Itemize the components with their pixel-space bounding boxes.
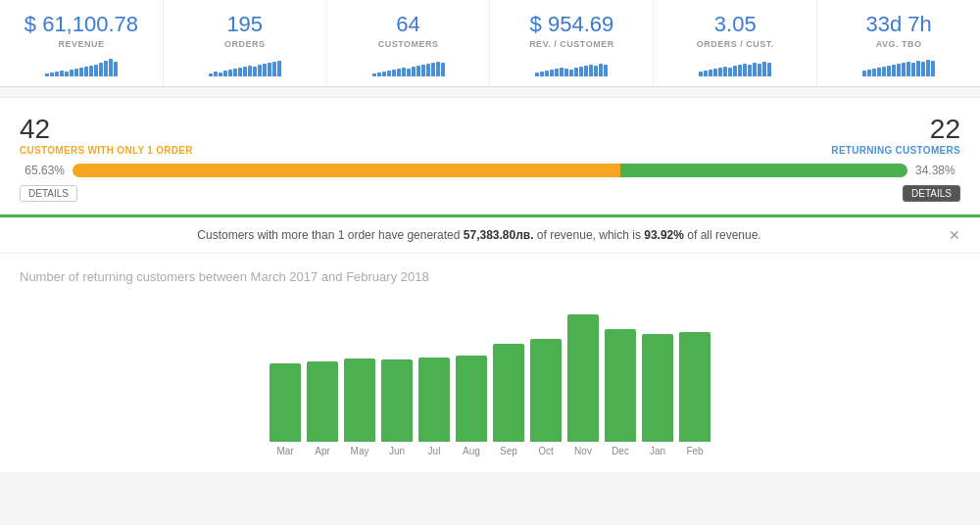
bar-col: Feb <box>679 332 710 456</box>
single-order-pct: 65.63% <box>20 164 65 177</box>
mini-bar <box>89 66 93 76</box>
mini-bar <box>402 68 406 76</box>
bar-label: Jan <box>650 446 665 456</box>
metric-card-orders: 195ORDERS <box>164 0 327 86</box>
mini-bars-orders-cust <box>669 55 801 76</box>
mini-bar <box>372 73 376 76</box>
mini-bar <box>219 72 222 76</box>
mini-bar <box>897 64 901 76</box>
mini-bar <box>377 72 381 76</box>
mini-bars-customers <box>343 55 474 76</box>
mini-bar <box>412 67 416 76</box>
mini-bar <box>882 67 886 76</box>
bar-rect <box>530 339 562 442</box>
bar-label: Mar <box>276 446 293 456</box>
mini-bar <box>109 59 113 76</box>
mini-bar <box>926 60 930 76</box>
metric-value-customers: 64 <box>343 12 474 37</box>
progress-orange <box>73 164 620 177</box>
mini-bar <box>862 71 866 76</box>
mini-bar <box>599 64 603 76</box>
mini-bars-rev-customer <box>506 55 637 76</box>
bar-rect <box>270 363 301 442</box>
metric-label-revenue: REVENUE <box>16 39 147 49</box>
mini-bar <box>45 73 49 76</box>
mini-bar <box>589 65 593 76</box>
mini-bar <box>65 72 69 76</box>
returning-group: 22 RETURNING CUSTOMERS <box>831 114 960 156</box>
bar-label: Jun <box>389 446 405 456</box>
mini-bar <box>431 63 435 76</box>
mini-bar <box>753 63 757 76</box>
returning-pct: 34.38% <box>915 164 960 177</box>
mini-bar <box>243 67 247 76</box>
mini-bar <box>767 63 771 76</box>
mini-bar <box>728 68 732 76</box>
bar-label: Jul <box>428 446 441 456</box>
bar-rect <box>493 344 524 442</box>
mini-bar <box>60 71 64 76</box>
mini-bar <box>723 67 727 76</box>
progress-green <box>620 164 907 177</box>
bar-label: Feb <box>686 446 703 456</box>
bar-label: May <box>351 446 369 456</box>
chart-title: Number of returning customers between Ma… <box>20 269 960 284</box>
mini-bar <box>441 63 445 76</box>
metric-label-orders: ORDERS <box>179 39 311 49</box>
banner-percent: 93.92% <box>644 228 684 242</box>
bar-col: Nov <box>567 314 599 456</box>
mini-bar <box>258 65 262 76</box>
bar-rect <box>605 329 636 442</box>
banner-suffix: of all revenue. <box>687 228 760 242</box>
bar-rect <box>418 358 450 442</box>
customers-section: 42 CUSTOMERS WITH ONLY 1 ORDER 22 RETURN… <box>0 97 980 215</box>
mini-bar <box>94 65 98 76</box>
mini-bar <box>421 65 425 76</box>
mini-bar <box>99 63 103 76</box>
metric-label-orders-cust: ORDERS / CUST. <box>669 39 801 49</box>
mini-bar <box>387 71 391 76</box>
mini-bar <box>743 64 747 76</box>
mini-bar <box>594 66 598 76</box>
info-banner-text: Customers with more than 1 order have ge… <box>20 228 939 242</box>
customers-header: 42 CUSTOMERS WITH ONLY 1 ORDER 22 RETURN… <box>20 114 960 156</box>
mini-bar <box>762 62 766 76</box>
mini-bar <box>397 69 401 76</box>
mini-bar <box>228 70 232 76</box>
bar-rect <box>381 359 413 442</box>
bar-col: Mar <box>270 363 301 456</box>
metric-value-rev-customer: $ 954.69 <box>506 12 637 37</box>
mini-bar <box>704 71 708 76</box>
mini-bars-avg-tbo <box>833 55 964 76</box>
top-metrics-bar: $ 61,100.78REVENUE195ORDERS64CUSTOMERS$ … <box>0 0 980 87</box>
bar-col: May <box>344 358 375 456</box>
bar-col: Dec <box>605 329 636 456</box>
mini-bar <box>569 70 573 76</box>
mini-bar <box>758 64 761 76</box>
bar-col: Oct <box>530 339 562 456</box>
mini-bar <box>699 72 703 76</box>
mini-bar <box>233 69 237 76</box>
details-right-button[interactable]: DETAILS <box>903 185 960 202</box>
details-left-button[interactable]: DETAILS <box>20 185 77 202</box>
progress-row: 65.63% 34.38% <box>20 164 960 177</box>
mini-bar <box>416 66 420 76</box>
bar-col: Apr <box>307 361 338 456</box>
metric-label-avg-tbo: AVG. TBO <box>833 39 964 49</box>
bar-col: Aug <box>456 356 487 456</box>
mini-bar <box>392 70 396 76</box>
metric-value-avg-tbo: 33d 7h <box>833 12 964 37</box>
banner-amount: 57,383.80лв. <box>464 228 534 242</box>
mini-bar <box>877 68 881 76</box>
mini-bar <box>911 63 915 76</box>
mini-bar <box>223 71 227 76</box>
mini-bars-orders <box>179 55 311 76</box>
close-button[interactable]: ✕ <box>949 227 960 243</box>
mini-bar <box>902 63 906 76</box>
mini-bar <box>748 65 752 76</box>
mini-bar <box>79 68 83 76</box>
mini-bar <box>436 62 440 76</box>
mini-bar <box>916 61 920 76</box>
mini-bar <box>584 66 588 76</box>
bar-rect <box>567 314 599 442</box>
